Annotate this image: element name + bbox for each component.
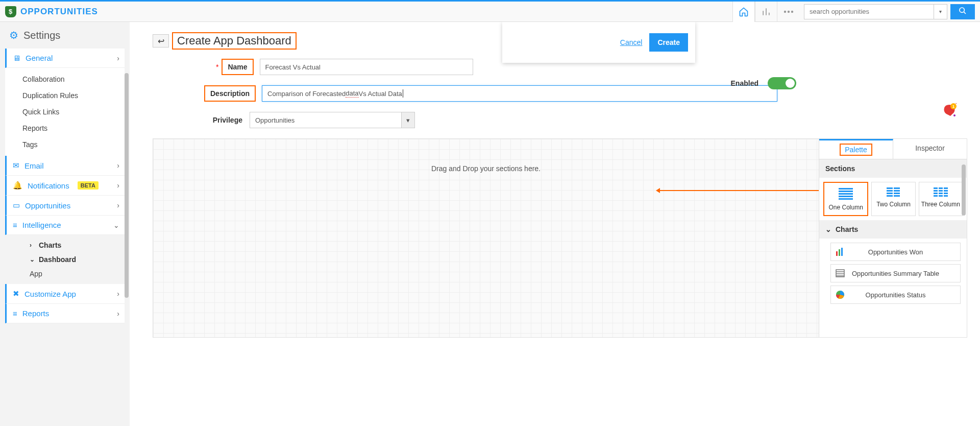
table-icon: [831, 269, 849, 278]
tab-label: Palette: [840, 144, 872, 156]
enabled-row: Enabled: [731, 77, 796, 89]
palette-scrollbar[interactable]: [962, 164, 966, 216]
name-label: Name: [222, 59, 253, 75]
sidebar-scrollbar[interactable]: [125, 73, 129, 298]
chart-opportunities-won[interactable]: Opportunities Won: [830, 243, 961, 261]
sidebar-item-label: Email: [24, 161, 44, 170]
description-label: Description: [204, 85, 256, 102]
chevron-right-icon: ›: [117, 201, 119, 209]
sidebar-sub-app[interactable]: App: [5, 267, 125, 281]
search-input[interactable]: [804, 4, 934, 19]
brand: OPPORTUNITIES: [5, 6, 98, 17]
privilege-value: Opportunities: [255, 116, 295, 124]
sidebar-item-general[interactable]: 🖥 General ›: [5, 49, 125, 68]
tab-inspector[interactable]: Inspector: [893, 139, 967, 159]
sidebar-item-intelligence[interactable]: ≡ Intelligence ⌄: [5, 216, 125, 235]
chevron-right-icon: ›: [30, 242, 36, 249]
moneybag-icon: [5, 6, 16, 17]
chart-summary-table[interactable]: Opportunities Summary Table: [830, 264, 961, 282]
lines-icon: ≡: [13, 309, 17, 318]
bar-chart-icon: [831, 247, 849, 256]
sidebar-item-reports2[interactable]: ≡ Reports ›: [5, 304, 125, 323]
desc-text-pre: Comparison of Forecasted: [267, 90, 346, 98]
canvas-hint: Drag and Drop your sections here.: [431, 164, 541, 173]
search-dropdown[interactable]: ▾: [934, 4, 947, 19]
svg-point-5: [791, 10, 793, 12]
privilege-label: Privilege: [153, 116, 250, 124]
dashboard-canvas[interactable]: Drag and Drop your sections here.: [153, 139, 819, 337]
svg-point-6: [960, 8, 964, 12]
sidebar-item-label: Customize App: [24, 290, 76, 298]
bell-icon: 🔔: [13, 181, 22, 190]
sidebar-sub-reports[interactable]: Reports: [5, 120, 125, 136]
section-two-column[interactable]: Two Column: [871, 182, 915, 216]
chevron-right-icon: ›: [117, 161, 119, 170]
chevron-right-icon: ›: [117, 310, 119, 318]
chart-status[interactable]: Opportunities Status: [830, 286, 961, 304]
svg-point-4: [788, 10, 790, 12]
name-input[interactable]: [260, 59, 473, 75]
text-cursor: [403, 89, 403, 98]
required-marker: *: [216, 63, 218, 71]
charts-header[interactable]: ⌄ Charts: [819, 220, 967, 239]
section-one-column[interactable]: One Column: [823, 182, 868, 216]
svg-line-7: [964, 12, 966, 14]
sidebar-item-label: Dashboard: [39, 255, 76, 264]
svg-point-3: [784, 10, 786, 12]
settings-label: Settings: [23, 30, 60, 41]
page-title: Create App Dashboard: [172, 32, 297, 50]
one-column-icon: [826, 188, 865, 200]
annotation-arrow: [657, 190, 819, 191]
home-icon[interactable]: [732, 2, 755, 22]
sidebar-item-label: Intelligence: [22, 221, 61, 229]
sidebar-sub-collaboration[interactable]: Collaboration: [5, 71, 125, 87]
chart-label: Opportunities Status: [849, 291, 960, 299]
sidebar-sub-duplication[interactable]: Duplication Rules: [5, 87, 125, 104]
sidebar-sub-dashboard[interactable]: ⌄ Dashboard: [5, 252, 125, 267]
enabled-toggle[interactable]: [768, 77, 796, 89]
chevron-right-icon: ›: [117, 54, 119, 62]
chart-icon[interactable]: [755, 2, 777, 22]
section-three-column[interactable]: Three Column: [919, 182, 963, 216]
search-button[interactable]: [950, 4, 975, 19]
svg-rect-12: [836, 251, 838, 256]
notification-badge[interactable]: 1+: [942, 103, 957, 117]
back-button[interactable]: ↩: [153, 34, 169, 48]
sidebar-item-customize[interactable]: ✖ Customize App ›: [5, 284, 125, 304]
sidebar-item-label: Reports: [22, 309, 50, 318]
chevron-right-icon: ›: [117, 290, 119, 298]
sidebar-item-email[interactable]: ✉ Email ›: [5, 156, 125, 176]
gear-icon: ⚙: [9, 29, 18, 41]
section-label: One Column: [828, 204, 863, 211]
sidebar-sub-charts[interactable]: › Charts: [5, 238, 125, 252]
chevron-right-icon: ›: [117, 181, 119, 190]
three-column-icon: [921, 187, 960, 197]
create-button[interactable]: Create: [649, 33, 688, 52]
desc-text-underlined: data: [346, 89, 358, 98]
chart-label: Opportunities Won: [849, 248, 960, 256]
beta-badge: BETA: [78, 181, 99, 190]
sidebar-item-label: Opportunities: [25, 201, 70, 210]
svg-text:+: +: [955, 103, 957, 106]
sidebar-item-opportunities[interactable]: ▭ Opportunities ›: [5, 196, 125, 216]
lines-icon: ≡: [13, 221, 17, 229]
svg-rect-14: [841, 248, 843, 256]
desc-text-post: Vs Actual Data: [359, 90, 402, 98]
sidebar-sub-tags[interactable]: Tags: [5, 136, 125, 153]
action-bar: Cancel Create: [502, 22, 695, 63]
description-input[interactable]: Comparison of Forecasted data Vs Actual …: [262, 85, 777, 102]
main: Cancel Create ↩ Create App Dashboard * N…: [130, 22, 980, 426]
privilege-select[interactable]: Opportunities ▾: [250, 112, 415, 128]
svg-point-11: [953, 114, 955, 116]
tab-palette[interactable]: Palette: [819, 139, 893, 159]
chevron-down-icon: ⌄: [113, 221, 119, 229]
more-icon[interactable]: [777, 2, 800, 22]
pie-chart-icon: [831, 290, 849, 299]
chart-label: Opportunities Summary Table: [849, 270, 960, 277]
sidebar-item-notifications[interactable]: 🔔 Notifications BETA ›: [5, 176, 125, 196]
mail-icon: ✉: [13, 161, 19, 170]
sidebar-sub-quicklinks[interactable]: Quick Links: [5, 104, 125, 120]
tools-icon: ✖: [13, 289, 19, 298]
cancel-link[interactable]: Cancel: [620, 38, 643, 46]
section-label: Three Column: [921, 201, 960, 208]
